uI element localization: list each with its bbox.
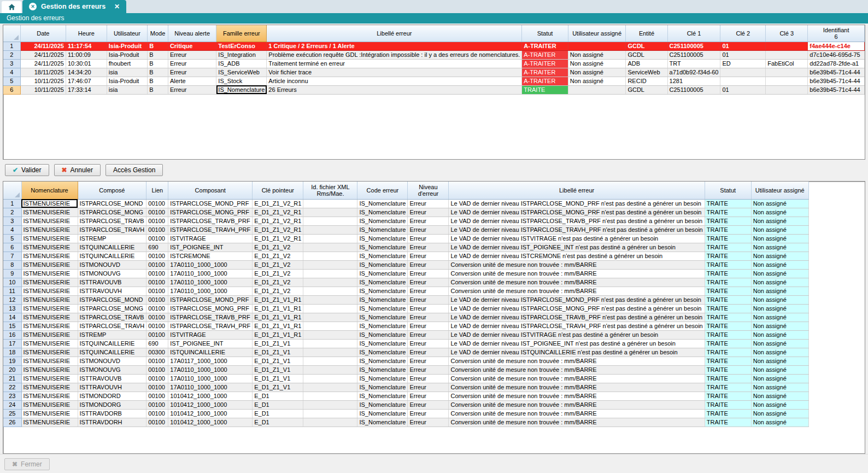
cell[interactable]: IS_Nomenclature [357,400,408,409]
cell[interactable]: ISTMENUISERIE [21,339,78,348]
cell[interactable]: Erreur [408,208,449,217]
cell[interactable]: Erreur [408,225,449,234]
cell[interactable]: a71d0b92-f34d-60 [667,68,720,77]
cell[interactable]: TRAITE [705,339,751,348]
cell[interactable]: ISTMENUISERIE [21,217,78,225]
cell[interactable]: TRAITE [705,278,751,287]
cell[interactable]: 24/11/2025 [20,59,66,68]
cell[interactable]: ISTPARCLOSE_MOND_PRF [168,199,253,208]
row-number[interactable]: 18 [3,348,21,357]
table-row[interactable]: 24ISTMENUISERIEISTMONDORG001001010412_10… [3,400,808,409]
cell[interactable]: Conversion unité de mesure non trouvée :… [449,418,705,427]
cell[interactable] [303,304,357,313]
cell[interactable]: E_D1_Z1_V1 [253,357,303,365]
cell[interactable]: IS_Nomenclature [357,234,408,243]
cell[interactable]: Erreur [408,400,449,409]
cell[interactable]: E_D1_Z1_V2 [253,269,303,278]
cell[interactable]: 26 Erreurs [267,85,522,94]
cell[interactable]: 00100 [146,365,168,374]
cell[interactable]: ServiceWeb [626,68,667,77]
table-row[interactable]: 224/11/202511:00:09Isia-ProduitBErreurIS… [3,50,865,59]
cell[interactable]: IS_Nomenclature [357,260,408,269]
cell[interactable]: ISTMENUISERIE [21,243,78,252]
cell[interactable]: 00100 [146,225,168,234]
cell[interactable]: E_D1_Z1_V1_R1 [253,330,303,339]
cell[interactable]: TRAITE [705,225,751,234]
cell[interactable]: ISTMENUISERIE [21,278,78,287]
cell[interactable]: 1010412_1000_1000 [168,400,253,409]
cell[interactable]: 00100 [146,357,168,365]
cell[interactable]: 17A0110_1000_1000 [168,287,253,295]
cell[interactable]: E_D1_Z1_V2_R1 [253,208,303,217]
row-number[interactable]: 8 [3,260,21,269]
cell[interactable]: Non assigné [751,313,808,322]
cell[interactable]: ISTMENUISERIE [21,365,78,374]
cell[interactable]: ISTTRAVOUVB [78,374,146,383]
cell[interactable] [303,392,357,400]
cell[interactable]: Non assigné [751,339,808,348]
cell[interactable]: Erreur [408,313,449,322]
cell[interactable]: E_D1_Z1_V1_R1 [253,322,303,330]
cell[interactable] [303,357,357,365]
cell[interactable]: IS_Nomenclature [357,278,408,287]
cell[interactable]: Le VAD de dernier niveau ISTVITRAGE n'es… [449,330,705,339]
cell[interactable]: Non assigné [568,68,626,77]
column-header-nomenclature[interactable]: Nomenclature [21,182,78,199]
cell[interactable]: Non assigné [568,59,626,68]
cell[interactable]: IS_Nomenclature [357,383,408,392]
cell[interactable]: E_D1 [253,418,303,427]
cell[interactable]: 00100 [146,313,168,322]
select-all-corner[interactable] [3,25,20,42]
cell[interactable]: IS_Stock [216,77,267,85]
cell[interactable]: ISTMENUISERIE [21,348,78,357]
cell[interactable]: Erreur [408,269,449,278]
row-number[interactable]: 15 [3,322,21,330]
cell[interactable]: Non assigné [751,278,808,287]
cell[interactable]: ISTMENUISERIE [21,418,78,427]
cell[interactable]: isia [107,68,147,77]
cell[interactable]: ISTQUINCAILLERIE [78,348,146,357]
cell[interactable]: E_D1_Z1_V2_R1 [253,225,303,234]
cell[interactable]: IST_POIGNEE_INT [168,339,253,348]
cell[interactable]: 17:46:07 [66,77,107,85]
cell[interactable]: FabEtiCol [766,59,808,68]
cell[interactable]: TRT [667,59,720,68]
cell[interactable]: A-TRAITER [522,59,568,68]
cell[interactable] [303,278,357,287]
cell[interactable]: ISTTRAVDORB [78,409,146,418]
cell[interactable]: Erreur [408,199,449,208]
cell[interactable]: ISTPARCLOSE_MONG [78,208,146,217]
cell[interactable]: ISTMENUISERIE [21,234,78,243]
cell[interactable]: IS_Nomenclature [357,295,408,304]
cell[interactable]: ISTMENUISERIE [21,392,78,400]
cell[interactable]: ISTPARCLOSE_MONG [78,304,146,313]
cell[interactable] [766,77,808,85]
cell[interactable]: ISTPARCLOSE_MOND [78,199,146,208]
cell[interactable]: IS_Nomenclature [357,339,408,348]
cell[interactable]: E_D1_Z1_V1_R1 [253,304,303,313]
cell[interactable]: E_D1_Z1_V2 [253,260,303,269]
cell[interactable]: IST_POIGNEE_INT [168,243,253,252]
cell[interactable]: GCDL [626,50,667,59]
cell[interactable]: A-TRAITER [522,77,568,85]
cell[interactable]: ISTMONOUVD [78,357,146,365]
cell[interactable]: Non assigné [751,383,808,392]
cell[interactable]: ISTPARCLOSE_TRAVB [78,217,146,225]
cell[interactable]: TRAITE [705,269,751,278]
cell[interactable] [303,313,357,322]
cell[interactable]: Non assigné [751,260,808,269]
cell[interactable] [303,400,357,409]
cell[interactable]: d7c10e46-695d-75 [808,50,865,59]
column-header-utilisateur-assign[interactable]: Utilisateur assigné [751,182,808,199]
cell[interactable]: 24/11/2025 [20,42,66,50]
cell[interactable]: TRAITE [705,348,751,357]
cell[interactable] [303,225,357,234]
cell[interactable]: fhoubert [107,59,147,68]
cell[interactable]: 00300 [146,348,168,357]
cell[interactable]: isia [107,85,147,94]
cell[interactable]: E_D1_Z1_V1_R1 [253,295,303,304]
row-number[interactable]: 2 [3,50,20,59]
row-number[interactable]: 1 [3,42,20,50]
cell[interactable] [303,322,357,330]
cell[interactable]: 00100 [146,217,168,225]
